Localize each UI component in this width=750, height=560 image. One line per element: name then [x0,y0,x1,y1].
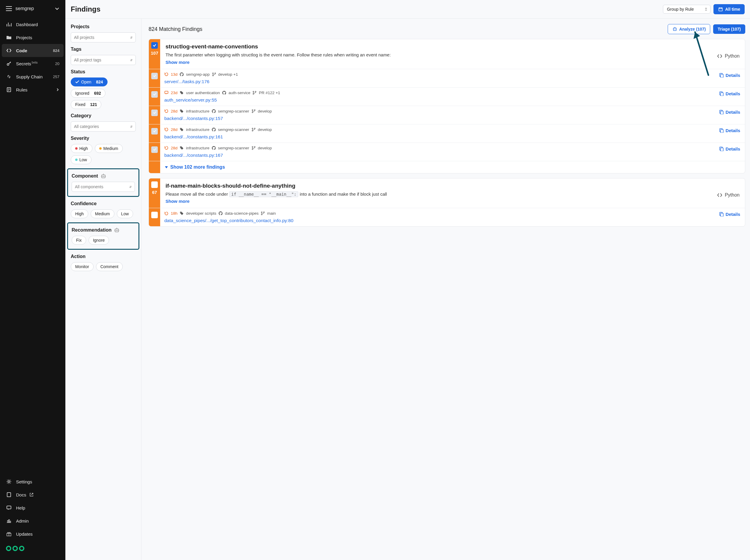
confidence-medium-chip[interactable]: Medium [91,209,114,218]
confidence-low-chip[interactable]: Low [117,209,133,218]
tags-select[interactable]: All project tags [71,55,136,65]
svg-rect-33 [721,111,723,114]
nav-help[interactable]: Help [0,501,65,514]
svg-point-36 [254,128,255,129]
details-button[interactable]: Details [716,69,745,87]
details-button[interactable]: Details [716,124,745,143]
admin-icon [6,518,12,524]
finding-path[interactable]: server/.../tasks.py:176 [164,79,712,84]
status-open-chip[interactable]: Open 824 [71,78,107,86]
language-tag: Python [714,179,745,208]
component-select[interactable]: All components [72,182,135,192]
severity-medium-chip[interactable]: Medium [95,144,123,153]
robot-icon [100,174,106,179]
nav-secrets[interactable]: Secretsbeta 20 [0,57,65,70]
svg-point-9 [103,176,104,177]
chart-icon [6,21,12,27]
chevron-down-icon[interactable] [55,6,59,11]
menu-icon[interactable] [6,6,12,11]
robot-icon [114,228,120,232]
category-select[interactable]: All categories [71,121,136,131]
finding-path[interactable]: backend/.../constants.py:157 [164,116,712,121]
svg-point-49 [261,214,262,215]
severity-low-chip[interactable]: Low [71,155,92,164]
finding-path[interactable]: backend/.../constants.py:167 [164,152,712,158]
svg-point-31 [252,112,253,112]
nav-supply-chain[interactable]: Supply Chain 257 [0,70,65,83]
all-time-button[interactable]: All time [713,4,745,14]
finding-row: 13d semgrep-app develop +1 server/.../ta… [149,69,745,87]
book-icon [6,492,12,498]
page-title: Findings [71,5,100,13]
confidence-high-chip[interactable]: High [71,209,88,218]
details-button[interactable]: Details [716,143,745,161]
finding-age: 23d [164,90,177,95]
svg-point-29 [252,109,253,110]
projects-select[interactable]: All projects [71,33,136,42]
nav-admin[interactable]: Admin [0,514,65,527]
finding-checkbox[interactable] [151,146,158,153]
finding-row: 18h developer scripts data-science-pipes… [149,208,745,226]
nav-settings[interactable]: Settings [0,475,65,488]
group-by-select[interactable]: Group by Rule [663,5,710,14]
svg-point-34 [181,128,181,129]
finding-path[interactable]: data_science_pipes/.../get_top_contribut… [164,218,712,223]
rule-checkbox[interactable] [151,42,158,49]
filter-recommendation-heading: Recommendation [72,227,135,233]
finding-checkbox[interactable] [151,212,158,218]
finding-checkbox[interactable] [151,128,158,134]
svg-point-11 [116,230,117,231]
rule-title: structlog-event-name-conventions [165,43,709,50]
status-fixed-chip[interactable]: Fixed 121 [71,100,101,109]
logo-icon [0,540,65,556]
finding-checkbox[interactable] [151,109,158,116]
svg-point-25 [253,93,254,94]
filter-severity-heading: Severity [71,136,136,141]
finding-row: 28d infrastructure semgrep-scanner devel… [149,143,745,161]
nav-rules[interactable]: Rules [0,83,65,96]
svg-point-48 [263,212,264,213]
topbar: Findings Group by Rule All time [65,0,750,19]
details-button[interactable]: Details [716,208,745,226]
svg-rect-4 [7,506,11,509]
svg-point-8 [102,176,103,177]
action-monitor-chip[interactable]: Monitor [71,262,94,271]
code-icon [717,192,722,198]
status-ignored-chip[interactable]: Ignored 692 [71,89,105,98]
rec-fix-chip[interactable]: Fix [72,236,86,245]
finding-path[interactable]: backend/.../constants.py:161 [164,134,712,140]
filter-action-heading: Action [71,254,136,259]
rule-checkbox[interactable] [151,182,158,188]
show-more-link[interactable]: Show more [165,199,190,204]
nav-docs[interactable]: Docs [0,488,65,501]
details-button[interactable]: Details [716,106,745,124]
nav-updates[interactable]: Updates [0,527,65,540]
finding-checkbox[interactable] [151,73,158,79]
svg-point-28 [181,110,181,110]
svg-rect-6 [719,8,722,11]
rule-count: 107 [151,50,158,56]
rule-description: Please move all the code under if __name… [165,191,709,198]
analyze-button[interactable]: Analyze (107) [668,24,710,34]
show-more-link[interactable]: Show more [165,60,190,65]
rule-card: 67 if-name-main-blocks-should-not-define… [149,178,745,227]
nav-projects[interactable]: Projects [0,31,65,44]
svg-point-46 [181,212,181,213]
action-comment-chip[interactable]: Comment [96,262,123,271]
nav-code[interactable]: Code 824 [2,44,64,57]
key-icon [6,61,12,66]
supply-count-badge: 257 [53,75,59,79]
brand-row[interactable]: semgrep [0,0,65,17]
triage-button[interactable]: Triage (107) [713,24,745,34]
nav-dashboard[interactable]: Dashboard [0,18,65,31]
finding-checkbox[interactable] [151,91,158,98]
rec-ignore-chip[interactable]: Ignore [88,236,110,245]
details-button[interactable]: Details [716,88,745,106]
severity-high-chip[interactable]: High [71,144,93,153]
results-heading: 824 Matching Findings [149,26,202,33]
show-more-findings-row[interactable]: Show 102 more findings [149,161,745,173]
filter-tags-heading: Tags [71,47,136,52]
svg-point-17 [215,73,215,74]
finding-path[interactable]: auth_service/server.py:55 [164,97,712,103]
svg-point-23 [253,91,254,92]
